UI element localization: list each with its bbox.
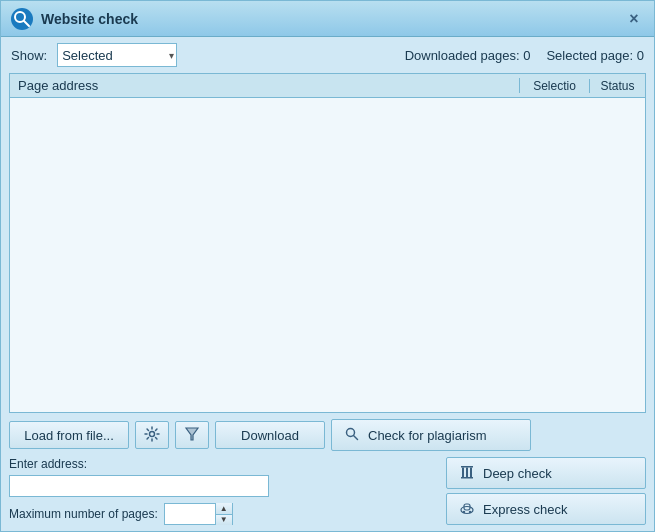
filter-icon	[184, 426, 200, 445]
bottom-bar: Load from file... Download	[1, 413, 654, 457]
load-from-file-button[interactable]: Load from file...	[9, 421, 129, 449]
title-bar: Website check ×	[1, 1, 654, 37]
downloaded-pages-stat: Downloaded pages: 0	[405, 48, 531, 63]
gear-icon	[144, 426, 160, 445]
right-bottom-buttons: Deep check Express check	[446, 457, 646, 525]
col-status-header: Status	[590, 79, 645, 93]
svg-rect-6	[461, 477, 473, 479]
show-label: Show:	[11, 48, 47, 63]
app-icon	[11, 8, 33, 30]
settings-button[interactable]	[135, 421, 169, 449]
stats-bar: Downloaded pages: 0 Selected page: 0	[405, 48, 644, 63]
close-button[interactable]: ×	[624, 9, 644, 29]
check-for-plagiarism-button[interactable]: Check for plagiarism	[331, 419, 531, 451]
svg-rect-9	[466, 467, 468, 477]
col-selection-header: Selectio	[520, 79, 590, 93]
svg-point-14	[469, 510, 471, 512]
table-body	[10, 98, 645, 412]
max-pages-row: Maximum number of pages: 100 ▲ ▼	[9, 503, 440, 525]
col-address-header: Page address	[10, 78, 520, 93]
svg-point-2	[150, 431, 155, 436]
window-title: Website check	[41, 11, 624, 27]
svg-rect-7	[461, 466, 473, 468]
svg-point-13	[463, 510, 465, 512]
max-pages-label: Maximum number of pages:	[9, 507, 158, 521]
spinner-arrows: ▲ ▼	[215, 503, 232, 525]
svg-rect-8	[462, 467, 464, 477]
svg-marker-3	[186, 428, 198, 440]
show-select-container[interactable]: SelectedAllNot downloadedDownloaded ▾	[57, 43, 177, 67]
svg-rect-10	[470, 467, 472, 477]
address-section: Enter address: Maximum number of pages: …	[1, 457, 654, 531]
left-inputs: Enter address: Maximum number of pages: …	[9, 457, 440, 525]
address-input[interactable]	[9, 475, 269, 497]
svg-line-1	[24, 21, 29, 26]
toolbar: Show: SelectedAllNot downloadedDownloade…	[1, 37, 654, 73]
max-pages-spinner[interactable]: 100 ▲ ▼	[164, 503, 233, 525]
website-check-window: Website check × Show: SelectedAllNot dow…	[0, 0, 655, 532]
max-pages-input[interactable]: 100	[165, 504, 215, 524]
selected-page-stat: Selected page: 0	[546, 48, 644, 63]
table-header: Page address Selectio Status	[10, 74, 645, 98]
magnifier-icon	[344, 426, 360, 445]
spinner-down-button[interactable]: ▼	[216, 515, 232, 526]
deep-check-button[interactable]: Deep check	[446, 457, 646, 489]
show-select[interactable]: SelectedAllNot downloadedDownloaded	[57, 43, 177, 67]
enter-address-label: Enter address:	[9, 457, 440, 471]
svg-line-5	[354, 435, 358, 439]
pillar-icon	[459, 464, 475, 483]
pages-table: Page address Selectio Status	[9, 73, 646, 413]
download-button[interactable]: Download	[215, 421, 325, 449]
express-icon	[459, 500, 475, 519]
filter-button[interactable]	[175, 421, 209, 449]
spinner-up-button[interactable]: ▲	[216, 503, 232, 515]
right-actions: Check for plagiarism	[331, 419, 531, 451]
express-check-button[interactable]: Express check	[446, 493, 646, 525]
